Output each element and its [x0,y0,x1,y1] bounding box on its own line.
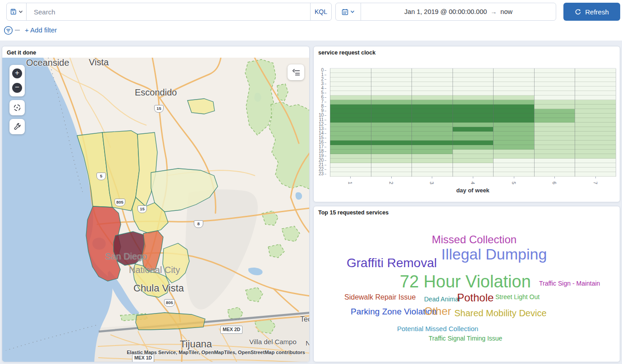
heatmap-cell[interactable] [330,168,371,172]
heatmap-cell[interactable] [575,123,616,127]
heatmap-cell[interactable] [575,114,616,118]
heatmap-cell[interactable] [412,68,453,73]
heatmap-cell[interactable] [412,150,453,154]
heatmap-cell[interactable] [412,159,453,163]
heatmap-cell[interactable] [330,105,371,109]
tagcloud-word[interactable]: Dead Animal [424,296,460,302]
heatmap-cell[interactable] [453,96,494,100]
heatmap-cell[interactable] [453,168,494,172]
legend-toggle-button[interactable] [288,64,304,80]
heatmap-cell[interactable] [330,118,371,123]
heatmap-cell[interactable] [575,105,616,109]
heatmap-cell[interactable] [453,150,494,154]
heatmap-cell[interactable] [330,86,371,91]
tagcloud-word[interactable]: Graffiti Removal [347,257,437,269]
refresh-button[interactable]: Refresh [563,3,620,21]
heatmap-cell[interactable] [575,86,616,91]
heatmap-cell[interactable] [493,96,534,100]
heatmap-cell[interactable] [493,114,534,118]
zoom-out-button[interactable]: − [12,83,22,93]
heatmap-cell[interactable] [493,127,534,132]
heatmap-cell[interactable] [534,105,575,109]
fit-to-data-button[interactable] [9,100,25,115]
tagcloud-word[interactable]: Potential Missed Collection [397,325,478,332]
tagcloud-word[interactable]: Sidewalk Repair Issue [344,294,416,301]
heatmap-cell[interactable] [371,100,412,105]
heatmap-cell[interactable] [371,168,412,172]
heatmap-cell[interactable] [330,136,371,141]
heatmap-cell[interactable] [371,68,412,73]
heatmap-cell[interactable] [493,172,534,177]
heatmap-cell[interactable] [575,154,616,159]
heatmap-cell[interactable] [493,91,534,96]
heatmap-cell[interactable] [493,159,534,163]
heatmap-cell[interactable] [534,136,575,141]
tagcloud-word[interactable]: Traffic Sign - Maintain [539,280,600,287]
heatmap-cell[interactable] [412,86,453,91]
heatmap-cell[interactable] [575,141,616,145]
heatmap-cell[interactable] [371,132,412,136]
heatmap-cell[interactable] [493,105,534,109]
add-filter-button[interactable]: + Add filter [25,26,57,34]
heatmap-cell[interactable] [534,159,575,163]
heatmap-cell[interactable] [412,73,453,77]
heatmap-cell[interactable] [371,145,412,150]
heatmap-cell[interactable] [453,73,494,77]
heatmap-cell[interactable] [575,68,616,73]
heatmap-cell[interactable] [330,68,371,73]
date-range[interactable]: Jan 1, 2019 @ 00:00:00.000 → now [361,3,556,20]
heatmap-cell[interactable] [453,100,494,105]
heatmap-cell[interactable] [453,109,494,114]
heatmap-cell[interactable] [493,163,534,168]
heatmap-cell[interactable] [330,73,371,77]
heatmap-cell[interactable] [493,168,534,172]
heatmap-cell[interactable] [330,145,371,150]
heatmap-cell[interactable] [575,73,616,77]
heatmap-cell[interactable] [534,172,575,177]
heatmap-cell[interactable] [371,141,412,145]
heatmap-cell[interactable] [412,141,453,145]
tagcloud-word[interactable]: Traffic Signal Timing Issue [429,335,502,341]
heatmap-cell[interactable] [575,109,616,114]
heatmap-cell[interactable] [493,123,534,127]
heatmap-cell[interactable] [534,118,575,123]
map-canvas[interactable]: OceansideVistaEscondidoSan DiegoNational… [2,58,310,362]
heatmap-cell[interactable] [453,132,494,136]
heatmap-cell[interactable] [412,154,453,159]
heatmap-cell[interactable] [534,77,575,82]
heatmap-cell[interactable] [453,172,494,177]
filter-settings-button[interactable] [4,26,13,37]
tagcloud-word[interactable]: Missed Collection [432,234,517,245]
heatmap-cell[interactable] [412,82,453,86]
heatmap-cell[interactable] [412,132,453,136]
heatmap-cell[interactable] [493,145,534,150]
draw-tools-button[interactable] [9,119,25,134]
heatmap-cell[interactable] [330,77,371,82]
heatmap-cell[interactable] [575,132,616,136]
heatmap-cell[interactable] [371,82,412,86]
heatmap-cell[interactable] [493,82,534,86]
heatmap-cell[interactable] [371,118,412,123]
heatmap-cell[interactable] [534,91,575,96]
heatmap-cell[interactable] [371,91,412,96]
heatmap-cell[interactable] [493,118,534,123]
heatmap-cell[interactable] [412,168,453,172]
heatmap-cell[interactable] [453,163,494,168]
heatmap-cell[interactable] [371,136,412,141]
heatmap-cell[interactable] [534,163,575,168]
heatmap-cell[interactable] [453,105,494,109]
kql-button[interactable]: KQL [310,3,331,20]
heatmap-cell[interactable] [453,145,494,150]
saved-query-menu-button[interactable] [7,3,27,20]
heatmap-cell[interactable] [371,96,412,100]
heatmap-cell[interactable] [371,114,412,118]
heatmap-cell[interactable] [534,96,575,100]
heatmap-cell[interactable] [330,154,371,159]
heatmap-cell[interactable] [493,141,534,145]
tagcloud-word[interactable]: Street Light Out [495,294,540,300]
tagcloud-word[interactable]: Other [424,306,451,317]
heatmap-cell[interactable] [575,159,616,163]
heatmap-cell[interactable] [412,105,453,109]
heatmap-cell[interactable] [575,77,616,82]
tagcloud-word[interactable]: Shared Mobility Device [454,309,547,318]
